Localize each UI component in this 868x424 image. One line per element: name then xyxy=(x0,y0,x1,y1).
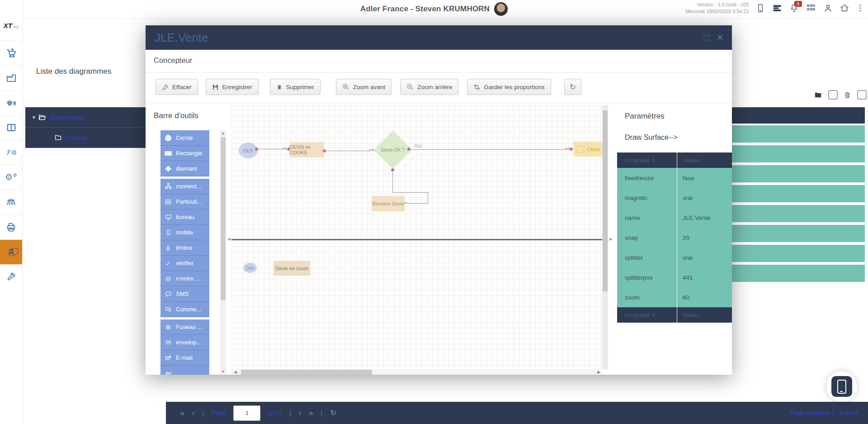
notifications-bell-icon[interactable]: 1 xyxy=(789,3,799,13)
folder-icon[interactable] xyxy=(814,91,822,99)
app-logo[interactable]: XT-erp xyxy=(0,22,22,29)
diagram-canvas[interactable]: DEB ⇨ DEVIS en COURS ⇨ Devis OK ? Oui ⇨ … xyxy=(231,105,602,369)
trash-icon[interactable] xyxy=(844,91,851,99)
kebab-menu-icon[interactable]: ⋮ xyxy=(856,3,864,13)
user-avatar[interactable] xyxy=(494,2,508,16)
sidebar-item-users[interactable] xyxy=(0,190,22,214)
toolbox-item-verifier[interactable]: ✓vérifier xyxy=(160,256,209,271)
param-row-magnitic[interactable]: magniticvrai xyxy=(617,188,732,208)
splitter-collapse-left-icon[interactable]: ◀ xyxy=(227,237,231,241)
delete-button[interactable]: Supprimer xyxy=(270,79,321,95)
contacts-list-icon[interactable] xyxy=(806,3,816,13)
toolbox-item-connect[interactable]: connect... xyxy=(160,179,209,194)
sidebar-item-production[interactable] xyxy=(0,65,22,90)
sidebar-item-tools[interactable] xyxy=(0,264,22,289)
toolbox-item-label: Comme... xyxy=(176,306,201,313)
zoom-out-button[interactable]: Zoom arrière xyxy=(400,79,458,95)
last-page-button[interactable]: » xyxy=(309,409,313,417)
edge-line xyxy=(428,192,428,203)
first-page-button[interactable]: « xyxy=(180,409,184,417)
floating-contact-button[interactable] xyxy=(826,371,857,402)
connector-dot[interactable] xyxy=(323,149,326,152)
folder-open-icon xyxy=(38,114,47,121)
node-devis-en-cours[interactable]: DEVIS en COURS xyxy=(290,142,324,157)
toolbox-item-rectangle[interactable]: Rectangle xyxy=(160,146,209,161)
toolbox-item-particulier[interactable]: Particuli... xyxy=(160,194,209,210)
toolbox-item-cercle[interactable]: Cercle xyxy=(160,130,209,146)
maximize-icon[interactable] xyxy=(703,34,710,41)
scrollbar-thumb[interactable] xyxy=(241,370,372,375)
params-title: Paramètres xyxy=(625,112,665,121)
page-number-input[interactable] xyxy=(233,405,260,421)
checkbox[interactable] xyxy=(828,90,838,100)
wrench-icon xyxy=(6,272,16,282)
canvas-h-scrollbar[interactable]: ◀ ▶ xyxy=(231,369,602,375)
arrow-right-icon: ⇨ xyxy=(282,145,288,152)
clear-button[interactable]: Effacer xyxy=(156,79,198,95)
node-devis-en-cours-2[interactable]: Devis en cours xyxy=(274,261,310,276)
save-button[interactable]: Enregistrer xyxy=(206,79,259,95)
node-deb-2[interactable]: Deb xyxy=(243,263,257,273)
scroll-down-icon[interactable]: ▼ xyxy=(220,370,226,374)
refresh-icon[interactable]: ↻ xyxy=(330,408,336,418)
scroll-left-icon[interactable]: ◀ xyxy=(232,370,238,374)
scroll-right-icon[interactable]: ▶ xyxy=(596,370,602,374)
column-header-valeur[interactable]: Valeur xyxy=(677,157,732,164)
user-icon[interactable] xyxy=(823,3,833,13)
chevron-down-icon[interactable]: ▾ xyxy=(33,114,35,120)
checkbox[interactable] xyxy=(857,90,867,100)
toolbox-item-fuseau[interactable]: ⊗Fuseau ... xyxy=(160,319,209,335)
connector-dot[interactable] xyxy=(255,148,258,151)
column-header-propriete[interactable]: Propriété↑ xyxy=(617,152,677,168)
crop-icon xyxy=(473,84,480,91)
sidebar-item-sales[interactable] xyxy=(0,40,22,65)
surface-splitter[interactable] xyxy=(231,239,602,240)
toolbox-item-timbre[interactable]: timbre xyxy=(160,240,209,256)
node-deb[interactable]: DEB xyxy=(239,143,258,158)
param-row-name[interactable]: nameJLE.Vente xyxy=(617,208,732,228)
refresh-button[interactable]: ↻ xyxy=(564,79,581,95)
next-page-button[interactable]: › xyxy=(299,409,301,417)
home-icon[interactable] xyxy=(840,3,849,13)
prev-page-button[interactable]: ‹ xyxy=(192,409,194,417)
splitter-collapse-right-icon[interactable]: ▶ xyxy=(609,237,613,241)
connector-dot[interactable] xyxy=(407,148,410,151)
connector-dot[interactable] xyxy=(570,148,573,151)
toolbox-item-bureau[interactable]: bureau xyxy=(160,210,209,225)
server-icon[interactable] xyxy=(772,4,783,13)
tablet-icon[interactable] xyxy=(756,3,765,13)
toolbox-item-mobile[interactable]: mobile xyxy=(160,225,209,240)
node-revision-devis[interactable]: Révision Devis xyxy=(372,196,405,211)
toolbox-item-diamant[interactable]: diamant xyxy=(160,161,209,176)
sidebar-item-workflow-active[interactable]: A xyxy=(0,239,22,264)
param-row-splitterpos[interactable]: splitterpos441 xyxy=(617,267,732,287)
canvas-v-scrollbar[interactable] xyxy=(602,105,608,369)
scroll-up-icon[interactable]: ▲ xyxy=(220,131,226,135)
toolbox-item-nentre[interactable]: ⊖n'entre ... xyxy=(160,271,209,286)
param-row-zoom[interactable]: zoom60 xyxy=(617,287,732,307)
button-label: Enregistrer xyxy=(222,84,252,91)
scrollbar-thumb[interactable] xyxy=(603,110,608,291)
param-row-fixedresize[interactable]: fixedresizefaux xyxy=(617,168,732,188)
toolbox-item-enveloppe[interactable]: ✉envelop... xyxy=(160,335,209,350)
sidebar-item-layout[interactable] xyxy=(0,115,22,140)
node-client[interactable]: Client xyxy=(573,142,602,157)
param-value: 441 xyxy=(677,274,732,281)
connector-dot[interactable] xyxy=(391,168,394,172)
toolbox-item-email[interactable]: E-mail xyxy=(160,350,209,366)
sidebar-item-user-settings[interactable]: ⚙ xyxy=(0,140,22,165)
param-row-splitter[interactable]: splittervrai xyxy=(617,248,732,267)
keep-proportions-button[interactable]: Garder les proportions xyxy=(467,79,551,95)
sidebar-item-printing[interactable] xyxy=(0,214,22,239)
toolbox-item-commentaires[interactable]: Comme... xyxy=(160,302,209,317)
sidebar-item-settings[interactable]: ⚙⚙ xyxy=(0,165,22,190)
scrollbar-thumb[interactable] xyxy=(221,137,226,300)
toolbox-item-partial[interactable] xyxy=(160,366,209,375)
toolbox-item-sms[interactable]: SMS xyxy=(160,286,209,302)
sidebar-item-strategy[interactable]: ♚♜ xyxy=(0,90,22,115)
close-icon[interactable]: × xyxy=(717,33,723,43)
zoom-in-button[interactable]: Zoom avant xyxy=(336,79,392,95)
mobile-icon xyxy=(164,229,172,236)
param-row-snap[interactable]: snap20 xyxy=(617,228,732,248)
toolbox-scrollbar[interactable]: ▲ ▼ xyxy=(220,130,226,375)
